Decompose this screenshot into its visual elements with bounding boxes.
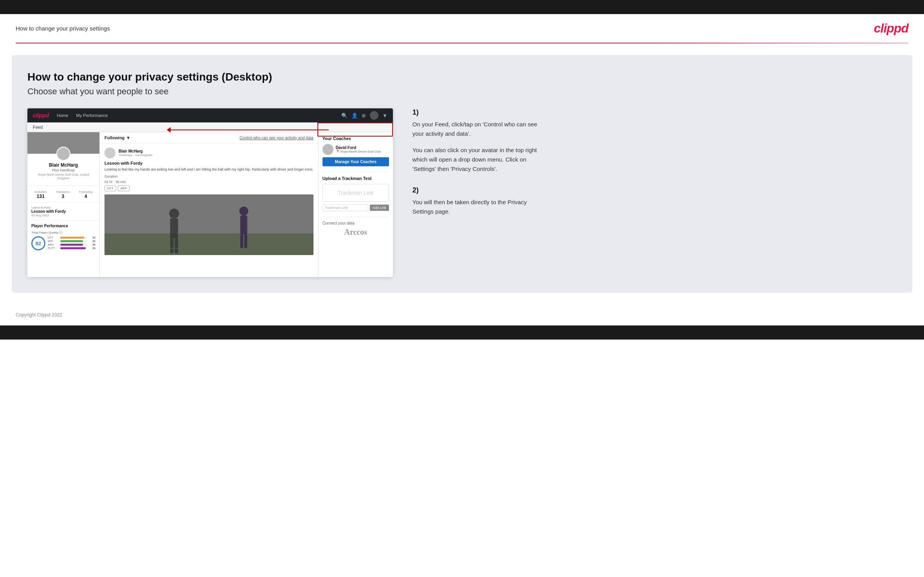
sidebar-stats: Activities 131 Followers 3 Following 4 [27, 185, 99, 202]
sidebar-performance: Player Performance Total Player Quality … [27, 220, 99, 253]
screenshot-wrapper: clippd Home My Performance 🔍 👤 ⊕ ▼ Feed [27, 108, 393, 277]
connect-section: Connect your data Arccos [322, 217, 389, 237]
sidebar-club: Royal North Devon Golf Club, United King… [31, 173, 95, 180]
feed-tab-label[interactable]: Feed [33, 125, 43, 129]
app-sidebar: Blair McHarg Plus Handicap Royal North D… [27, 132, 100, 277]
app-right-panel: Your Coaches David Ford 📍 Royal North De… [319, 132, 393, 277]
coach-avatar [322, 144, 333, 155]
arccos-label: Arccos [322, 228, 389, 237]
svg-rect-9 [244, 234, 247, 248]
compass-icon[interactable]: ⊕ [362, 113, 366, 119]
quality-label: Total Player Quality ⓘ [31, 230, 95, 235]
trackman-add-button[interactable]: Add Link [370, 205, 389, 211]
latest-activity-label: Latest Activity [31, 206, 95, 209]
coach-info: David Ford 📍 Royal North Devon Golf Club [336, 146, 381, 153]
latest-activity-name: Lesson with Fordy [31, 209, 95, 214]
location-icon: 📍 [336, 150, 340, 153]
content-layout: clippd Home My Performance 🔍 👤 ⊕ ▼ Feed [27, 108, 897, 277]
app-screenshot: clippd Home My Performance 🔍 👤 ⊕ ▼ Feed [27, 108, 393, 277]
instructions-panel: 1) On your Feed, click/tap on 'Control w… [412, 108, 546, 229]
coach-item: David Ford 📍 Royal North Devon Golf Club [322, 144, 389, 155]
activities-value: 131 [34, 194, 47, 199]
trackman-link-input[interactable]: Trackman Link [322, 204, 368, 211]
latest-activity-date: 03 Aug 2022 [31, 214, 95, 217]
search-icon[interactable]: 🔍 [341, 113, 348, 119]
post-image [104, 194, 313, 255]
nav-home[interactable]: Home [57, 113, 68, 118]
svg-rect-3 [170, 218, 178, 238]
following-value: 4 [79, 194, 92, 199]
performance-title: Player Performance [31, 224, 95, 228]
app-navbar: clippd Home My Performance 🔍 👤 ⊕ ▼ [27, 108, 393, 122]
svg-rect-5 [175, 238, 178, 253]
sidebar-username: Blair McHarg [31, 162, 95, 168]
step2-number: 2) [412, 186, 546, 194]
coaches-section: Your Coaches David Ford 📍 Royal North De… [322, 136, 389, 166]
bar-putt: PUTT 96 [48, 247, 95, 250]
bar-ott: OTT 90 [48, 236, 95, 239]
svg-rect-1 [104, 233, 313, 255]
post-header: Blair McHarg Yesterday · Sunningdale [104, 147, 313, 158]
feed-header: Following ▼ Control who can see your act… [100, 132, 318, 144]
followers-value: 3 [56, 194, 70, 199]
following-label: Following [79, 190, 92, 194]
post-description: Looking to feel like my hands are exitin… [104, 167, 313, 172]
copyright-text: Copyright Clippd 2022 [16, 312, 62, 318]
svg-rect-8 [240, 234, 243, 248]
sidebar-latest-activity: Latest Activity Lesson with Fordy 03 Aug… [27, 202, 99, 220]
bottom-bar [0, 325, 924, 340]
post-user-info: Blair McHarg Yesterday · Sunningdale [119, 149, 152, 157]
trackman-title: Upload a Trackman Test [322, 176, 389, 181]
trackman-row: Trackman Link Add Link [322, 204, 389, 211]
chevron-down-icon: ▼ [382, 113, 387, 119]
quality-score: 92 [31, 236, 45, 250]
app-logo: clippd [33, 112, 49, 119]
control-link[interactable]: Control who can see your activity and da… [240, 136, 313, 140]
manage-coaches-button[interactable]: Manage Your Coaches [322, 157, 389, 166]
feed-post: Blair McHarg Yesterday · Sunningdale Les… [100, 144, 318, 259]
feed-tab-row: Feed [27, 122, 393, 132]
step2-text: You will then be taken directly to the P… [412, 198, 546, 216]
main-content: How to change your privacy settings (Des… [12, 55, 912, 293]
post-tags: OTT APP [104, 185, 313, 191]
svg-point-6 [239, 207, 248, 216]
app-feed: Following ▼ Control who can see your act… [100, 132, 319, 277]
tag-app: APP [118, 185, 130, 191]
app-body: Blair McHarg Plus Handicap Royal North D… [27, 132, 393, 277]
coach-club: 📍 Royal North Devon Golf Club [336, 150, 381, 153]
page-heading: How to change your privacy settings (Des… [27, 71, 897, 83]
user-avatar-nav[interactable] [370, 111, 378, 120]
connect-title: Connect your data [322, 221, 389, 225]
trackman-section: Upload a Trackman Test Trackman Link Tra… [322, 172, 389, 211]
post-username: Blair McHarg [119, 149, 152, 153]
instruction-step1: 1) On your Feed, click/tap on 'Control w… [412, 108, 546, 174]
svg-rect-7 [240, 216, 247, 234]
following-button[interactable]: Following ▼ [104, 135, 130, 140]
chevron-down-icon: ▼ [126, 135, 130, 140]
page-subheading: Choose what you want people to see [27, 86, 897, 97]
coaches-title: Your Coaches [322, 136, 389, 141]
post-user-avatar [104, 147, 115, 158]
sidebar-handicap: Plus Handicap [31, 168, 95, 172]
step1-number: 1) [412, 108, 546, 117]
step1-extra-text: You can also click on your avatar in the… [412, 146, 546, 174]
sidebar-stat-activities: Activities 131 [34, 189, 47, 199]
bar-arg: ARG 86 [48, 243, 95, 246]
post-duration: Duration [104, 174, 313, 178]
activities-label: Activities [34, 190, 47, 194]
step1-main-text: On your Feed, click/tap on 'Control who … [412, 120, 546, 138]
instruction-step2: 2) You will then be taken directly to th… [412, 186, 546, 216]
post-title: Lesson with Fordy [104, 161, 313, 165]
post-duration-value: 01 hr : 30 min [104, 180, 313, 184]
quality-row: 92 OTT 90 [31, 236, 95, 250]
bar-app: APP 85 [48, 240, 95, 243]
sidebar-stat-followers: Followers 3 [56, 189, 70, 199]
tag-ott: OTT [104, 185, 116, 191]
post-location: Yesterday · Sunningdale [119, 153, 152, 157]
svg-rect-4 [170, 238, 174, 253]
followers-label: Followers [56, 190, 70, 194]
nav-my-performance[interactable]: My Performance [76, 113, 108, 118]
coach-name: David Ford [336, 146, 381, 150]
person-icon[interactable]: 👤 [351, 113, 358, 119]
header-separator [16, 43, 908, 43]
